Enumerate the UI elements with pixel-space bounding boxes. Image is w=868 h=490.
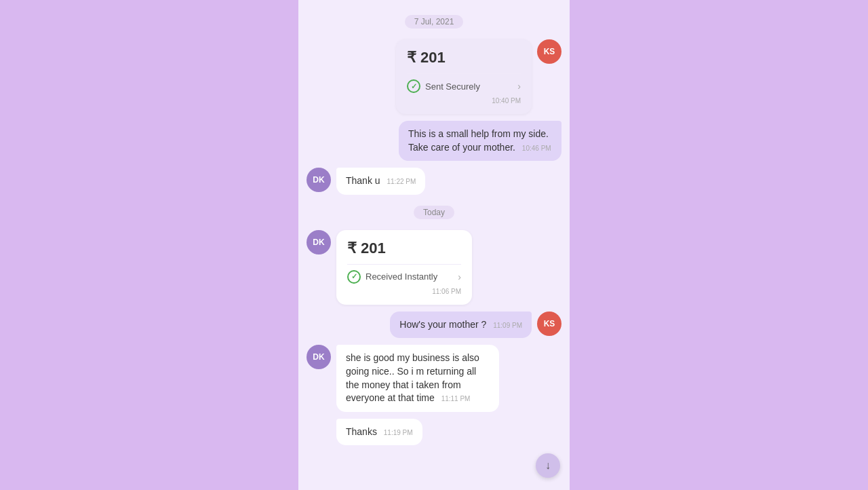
payment-time-received: 11:06 PM — [347, 288, 461, 295]
message-row-hows-mother: KS How's your mother ? 11:09 PM — [307, 312, 561, 339]
payment-amount-sent: ₹ 201 — [407, 49, 521, 67]
avatar-dk-3: DK — [307, 345, 331, 369]
bubble-thanks: Thanks 11:19 PM — [336, 419, 422, 446]
chevron-right-received: › — [458, 271, 461, 282]
avatar-dk-2: DK — [307, 230, 331, 255]
message-row-she-is-good: DK she is good my business is also going… — [307, 345, 561, 411]
bubble-time-small-help: 10:46 PM — [522, 145, 551, 152]
message-row-payment-sent: KS ₹ 201 Sent Securely › 10:40 PM — [307, 39, 561, 114]
bubble-time-she-is-good: 11:11 PM — [441, 395, 471, 402]
chevron-right-sent: › — [517, 81, 521, 92]
payment-status-received: Received Instantly › — [347, 264, 461, 284]
bubble-time-thanks: 11:19 PM — [384, 429, 413, 436]
payment-status-text-sent: Sent Securely — [425, 81, 480, 92]
bubble-hows-mother: How's your mother ? 11:09 PM — [390, 312, 532, 339]
bubble-time-thank-u: 11:22 PM — [387, 178, 416, 185]
avatar-ks-2: KS — [537, 312, 561, 336]
message-row-thanks: Thanks 11:19 PM — [307, 419, 561, 446]
payment-time-sent: 10:40 PM — [407, 97, 521, 105]
message-row-small-help: This is a small help from my side. Take … — [307, 121, 561, 161]
message-row-payment-received: DK ₹ 201 Received Instantly › 11:06 PM — [307, 230, 561, 305]
bubble-text-thanks: Thanks — [346, 426, 377, 437]
bubble-she-is-good: she is good my business is also going ni… — [336, 345, 499, 411]
bubble-thank-u: Thank u 11:22 PM — [336, 168, 425, 195]
check-icon-received — [347, 270, 361, 284]
bubble-small-help: This is a small help from my side. Take … — [399, 121, 561, 161]
payment-status-text-received: Received Instantly — [366, 271, 437, 282]
payment-card-sent[interactable]: ₹ 201 Sent Securely › 10:40 PM — [396, 39, 532, 114]
check-icon-sent — [407, 79, 420, 93]
date-divider-old: 7 Jul, 2021 — [307, 15, 561, 29]
date-label-today: Today — [414, 206, 454, 219]
payment-card-received[interactable]: ₹ 201 Received Instantly › 11:06 PM — [336, 230, 472, 305]
date-divider-today: Today — [307, 206, 561, 219]
scroll-down-button[interactable]: ↓ — [536, 453, 560, 478]
message-row-thank-u: DK Thank u 11:22 PM — [307, 168, 561, 195]
bubble-text-hows-mother: How's your mother ? — [399, 319, 486, 330]
date-label-old: 7 Jul, 2021 — [405, 15, 464, 29]
payment-amount-received: ₹ 201 — [347, 240, 461, 257]
avatar-dk-1: DK — [307, 168, 331, 192]
bubble-text-thank-u: Thank u — [346, 175, 380, 186]
chat-container[interactable]: 7 Jul, 2021 KS ₹ 201 Sent Securely › 10:… — [298, 0, 570, 490]
bubble-time-hows-mother: 11:09 PM — [493, 322, 522, 329]
payment-status-sent: Sent Securely › — [407, 73, 521, 93]
avatar-ks-1: KS — [537, 39, 561, 64]
